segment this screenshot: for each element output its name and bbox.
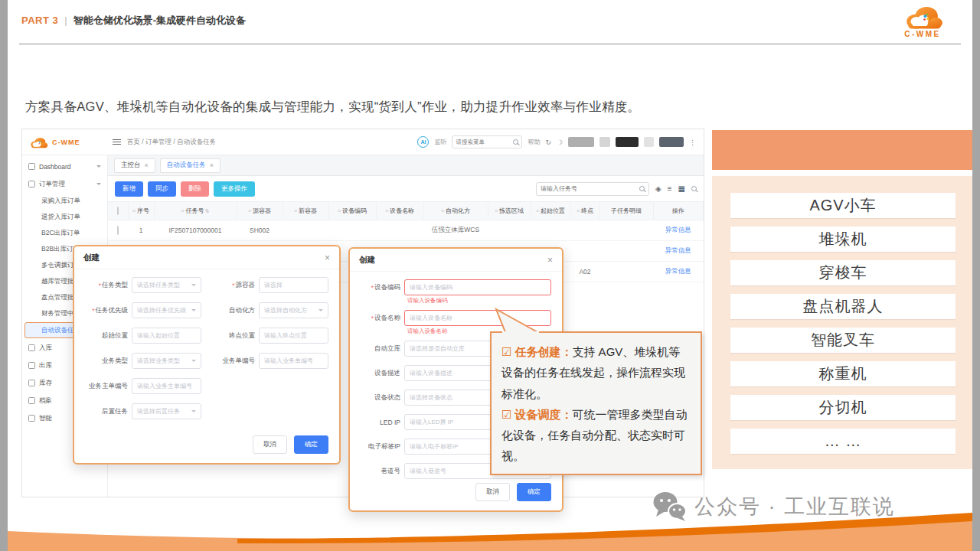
cloud-logo-icon xyxy=(901,2,944,31)
header-separator: | xyxy=(64,15,67,26)
page-title: 智能仓储优化场景-集成硬件自动化设备 xyxy=(74,15,246,26)
col-device-name: 设备名称 xyxy=(390,207,414,214)
source-container-input[interactable] xyxy=(264,282,323,289)
refresh-icon[interactable]: ↻ xyxy=(545,139,551,146)
confirm-button[interactable]: 确定 xyxy=(294,435,328,454)
help-link[interactable]: 帮助 xyxy=(528,138,540,146)
confirm-button[interactable]: 确定 xyxy=(517,483,551,501)
menu-search-input[interactable] xyxy=(456,139,511,145)
field-task-type: *任务类型 请选择任务类型 xyxy=(85,277,201,293)
modal-title: 创建 xyxy=(83,253,100,263)
col-task-no: 任务号 xyxy=(186,207,204,214)
redacted-block xyxy=(644,137,654,147)
chevron-down-icon xyxy=(318,309,323,311)
columns-icon[interactable]: ▦ xyxy=(678,185,685,193)
filter-icon[interactable]: ◈ xyxy=(655,185,662,193)
tab-auto-device-task[interactable]: 自动设备任务 × xyxy=(160,158,220,173)
header-divider xyxy=(19,44,961,44)
watermark-text: 公众号 · 工业互联说 xyxy=(694,493,895,520)
cancel-button[interactable]: 取消 xyxy=(253,435,287,454)
field-end-position: 终点位置 xyxy=(212,328,328,344)
end-position-input[interactable] xyxy=(264,332,323,339)
business-type-select[interactable]: 请选择业务类型 xyxy=(132,353,201,369)
hamburger-icon[interactable] xyxy=(113,139,121,145)
chevron-down-icon xyxy=(191,410,196,412)
task-priority-select[interactable]: 请选择任务优先级 xyxy=(132,302,201,318)
topbar-right: AI 监听 帮助 ↻ ☽ ⋮ xyxy=(417,135,696,148)
ai-badge-icon[interactable]: AI xyxy=(417,136,429,148)
orders-icon xyxy=(28,181,35,187)
chevron-down-icon xyxy=(191,360,196,362)
task-type-select[interactable]: 请选择任务类型 xyxy=(132,277,201,293)
close-icon[interactable]: × xyxy=(145,162,149,169)
business-main-no-input[interactable] xyxy=(137,383,196,390)
error-info-link[interactable]: 异常信息 xyxy=(665,267,691,275)
app-topbar: C-WME 首页 / 订单管理 / 自动设备任务 AI 监听 帮助 ↻ ☽ ⋮ xyxy=(22,129,704,155)
more-menu-icon[interactable]: ⋮ xyxy=(689,139,696,146)
select-all-checkbox[interactable] xyxy=(117,207,119,215)
automation-party-select[interactable]: 请选择自动化方 xyxy=(259,302,328,318)
menu-search-box xyxy=(452,135,522,148)
more-actions-button[interactable]: 更多操作 xyxy=(214,181,255,197)
drag-handle-icon: ≡ xyxy=(181,208,185,214)
drag-handle-icon: ≡ xyxy=(536,208,539,214)
tab-bar: 主控台 × 自动设备任务 × xyxy=(108,155,704,176)
slide-description: 方案具备AGV、堆垛机等自动化设备的集成与管理能力，实现“货到人”作业，助力提升… xyxy=(25,99,640,116)
app-brand-text: C-WME xyxy=(52,139,80,146)
post-task-select[interactable]: 请选择后置任务 xyxy=(132,403,201,419)
redacted-block xyxy=(616,137,639,147)
drag-handle-icon: ≡ xyxy=(577,208,580,214)
sidebar-item-purchase-inbound[interactable]: 采购入库订单 xyxy=(22,193,107,209)
row-checkbox[interactable] xyxy=(117,226,119,235)
field-source-container: *源容器 xyxy=(212,277,328,293)
col-pick-zone: 拣选区域 xyxy=(499,207,524,214)
breadcrumb[interactable]: 首页 / 订单管理 / 自动设备任务 xyxy=(127,138,216,147)
col-device-code: 设备编码 xyxy=(342,207,367,214)
create-task-modal: 创建 × *任务类型 请选择任务类型 *源容器 *任务优先级 请选择任务优先级 … xyxy=(73,245,341,465)
start-position-input[interactable] xyxy=(137,332,196,339)
task-search-box xyxy=(536,182,649,196)
device-panel: AGV小车 堆垛机 穿梭车 盘点机器人 智能叉车 称重机 分切机 … … xyxy=(712,176,974,469)
delete-button[interactable]: 删除 xyxy=(181,181,209,197)
inbound-icon xyxy=(28,344,35,351)
drag-handle-icon: ≡ xyxy=(294,208,297,214)
sidebar-item-dashboard[interactable]: Dashboard xyxy=(22,158,107,175)
list-view-icon[interactable]: ≡ xyxy=(668,185,672,193)
sidebar-item-b2c-outbound[interactable]: B2C出库订单 xyxy=(22,225,107,241)
task-search-input[interactable] xyxy=(541,185,637,192)
field-business-main-no: 业务主单编号 xyxy=(85,378,201,394)
sidebar-item-orders[interactable]: 订单管理 xyxy=(22,175,107,193)
drag-handle-icon: ≡ xyxy=(441,208,444,214)
device-code-input[interactable] xyxy=(410,284,546,291)
device-card-stacker: 堆垛机 xyxy=(730,227,956,252)
sort-icon: ⇅ xyxy=(205,208,210,214)
add-button[interactable]: 新增 xyxy=(115,181,143,197)
device-card-shuttle: 穿梭车 xyxy=(730,260,956,285)
sync-button[interactable]: 同步 xyxy=(148,181,176,197)
col-automation-party: 自动化方 xyxy=(446,207,470,214)
drag-handle-icon: ≡ xyxy=(132,208,136,214)
device-code-error: 请输入设备编码 xyxy=(407,297,551,305)
sidebar-item-return-inbound[interactable]: 退货入库订单 xyxy=(22,209,107,225)
close-icon[interactable]: × xyxy=(210,162,214,169)
col-start-pos: 起始位置 xyxy=(541,207,565,214)
search-icon[interactable] xyxy=(691,186,697,191)
error-info-link[interactable]: 异常信息 xyxy=(665,246,691,254)
inventory-icon xyxy=(28,380,35,386)
col-end-pos: 终点 xyxy=(581,207,593,214)
tab-console[interactable]: 主控台 × xyxy=(114,158,155,173)
chevron-down-icon xyxy=(191,309,196,311)
close-icon[interactable]: × xyxy=(325,253,330,262)
cancel-button[interactable]: 取消 xyxy=(475,483,510,501)
field-post-task: 后置任务 请选择后置任务 xyxy=(85,403,201,419)
close-icon[interactable]: × xyxy=(547,256,553,265)
redacted-block xyxy=(568,137,594,147)
checkbox-icon: ☑ xyxy=(501,408,511,421)
error-info-link[interactable]: 异常信息 xyxy=(665,226,691,233)
dark-mode-icon[interactable]: ☽ xyxy=(557,139,563,146)
watermark: 公众号 · 工业互联说 xyxy=(652,491,895,522)
field-task-priority: *任务优先级 请选择任务优先级 xyxy=(85,302,201,318)
redacted-block xyxy=(659,137,684,147)
letterbox-left xyxy=(0,0,8,551)
business-order-no-input[interactable] xyxy=(264,357,323,364)
